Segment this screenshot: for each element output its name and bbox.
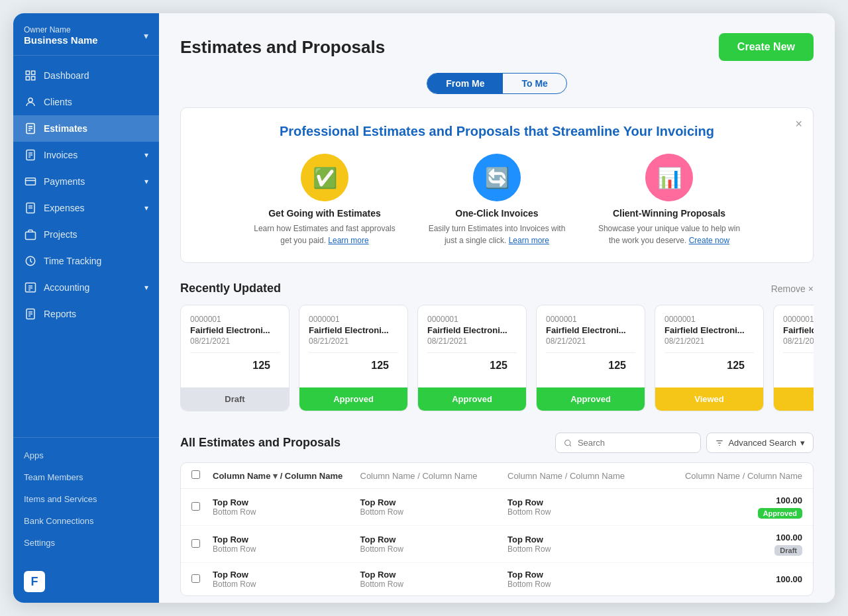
client-winning-icon: 📊 xyxy=(645,154,693,201)
estimate-card[interactable]: 0000001 Fairfield Electroni... 08/21/202… xyxy=(180,305,290,411)
sidebar-item-apps[interactable]: Apps xyxy=(13,444,159,466)
sidebar-item-bank-connections[interactable]: Bank Connections xyxy=(13,510,159,532)
card-number: 0000001 xyxy=(427,315,517,324)
chevron-down-icon: ▾ xyxy=(144,150,148,160)
table-row[interactable]: Top Row Bottom Row Top Row Bottom Row To… xyxy=(181,489,813,526)
sidebar-item-accounting[interactable]: Accounting ▾ xyxy=(13,274,159,301)
card-amount: 125 xyxy=(546,360,635,378)
sidebar-item-projects[interactable]: Projects xyxy=(13,221,159,248)
svg-point-28 xyxy=(565,440,570,445)
sidebar-logo: F xyxy=(13,560,159,603)
card-client: Fairfield Electroni... xyxy=(546,325,635,335)
sidebar-item-dashboard[interactable]: Dashboard xyxy=(13,62,159,89)
payments-icon xyxy=(24,175,37,188)
sidebar-item-time-tracking[interactable]: Time Tracking xyxy=(13,248,159,274)
sidebar-nav: Dashboard Clients Estimates Invoices ▾ xyxy=(13,56,159,437)
advanced-search-button[interactable]: Advanced Search ▾ xyxy=(706,433,814,453)
estimate-card[interactable]: 0000001 Fairfield Electroni... 08/21/202… xyxy=(299,305,408,411)
card-amount: 125 xyxy=(427,360,517,378)
card-body: 0000001 Fairfield Electroni... 08/21/202… xyxy=(181,305,289,387)
card-body: 0000001 Fairfield Electroni... 08/21/202… xyxy=(299,305,407,387)
reports-icon xyxy=(24,307,37,321)
tabs-group: From Me To Me xyxy=(427,73,567,94)
main-content: Estimates and Proposals Create New From … xyxy=(159,13,835,603)
sidebar-item-items-services[interactable]: Items and Services xyxy=(13,488,159,510)
sidebar-item-expenses[interactable]: Expenses ▾ xyxy=(13,195,159,221)
all-estimates-title: All Estimates and Proposals xyxy=(180,436,341,450)
sidebar-item-label: Time Tracking xyxy=(44,256,101,266)
table-row[interactable]: Top Row Bottom Row Top Row Bottom Row To… xyxy=(181,563,813,595)
sidebar-item-label: Dashboard xyxy=(44,70,89,81)
status-badge: Draft xyxy=(181,387,289,411)
clients-icon xyxy=(24,95,37,109)
svg-rect-1 xyxy=(32,71,35,74)
table-header: Column Name ▾ / Column Name Column Name … xyxy=(181,463,813,489)
row-checkbox[interactable] xyxy=(191,539,200,548)
col-header-1[interactable]: Column Name ▾ / Column Name xyxy=(213,471,360,481)
card-amount: 125 xyxy=(190,360,280,378)
remove-button[interactable]: Remove × xyxy=(771,283,814,294)
row-col1: Top Row Bottom Row xyxy=(213,570,360,589)
create-new-button[interactable]: Create New xyxy=(719,33,814,61)
sidebar-item-label: Estimates xyxy=(44,123,87,134)
learn-more-link-2[interactable]: Learn more xyxy=(509,236,549,245)
select-all-checkbox[interactable] xyxy=(191,470,200,479)
svg-line-29 xyxy=(570,444,571,446)
row-checkbox-wrap[interactable] xyxy=(191,539,213,550)
sidebar-header[interactable]: Owner Name Business Name ▾ xyxy=(13,13,159,56)
card-body: 0000001 Fairfield Electroni... 08/21/202… xyxy=(655,305,763,387)
card-client: Fairfield Electroni... xyxy=(427,325,517,335)
search-input[interactable] xyxy=(578,438,692,448)
table-row[interactable]: Top Row Bottom Row Top Row Bottom Row To… xyxy=(181,526,813,563)
row-checkbox[interactable] xyxy=(191,574,200,583)
svg-rect-13 xyxy=(26,178,36,185)
sidebar-item-payments[interactable]: Payments ▾ xyxy=(13,168,159,195)
status-badge: Approved xyxy=(537,387,645,411)
chevron-down-icon: ▾ xyxy=(144,30,148,41)
estimate-card[interactable]: 0000001 Fairfield Electroni... 08/21/202… xyxy=(655,305,764,411)
col-header-3: Column Name / Column Name xyxy=(507,471,655,481)
sidebar-item-estimates[interactable]: Estimates xyxy=(13,115,159,142)
sidebar-item-reports[interactable]: Reports xyxy=(13,301,159,327)
card-number: 0000001 xyxy=(783,315,814,324)
dashboard-icon xyxy=(24,69,37,82)
select-all-checkbox-wrap[interactable] xyxy=(191,470,213,482)
sidebar-item-settings[interactable]: Settings xyxy=(13,532,159,554)
estimate-card[interactable]: 0000001 Fairfield Electroni... 08/21/202… xyxy=(773,305,814,411)
svg-point-4 xyxy=(28,98,32,102)
card-date: 08/21/2021 xyxy=(783,336,814,346)
all-estimates-section: All Estimates and Proposals Advanced Sea… xyxy=(180,433,814,596)
estimate-card[interactable]: 0000001 Fairfield Electroni... 08/21/202… xyxy=(417,305,527,411)
learn-more-link-1[interactable]: Learn more xyxy=(328,236,368,245)
time-tracking-icon xyxy=(24,254,37,268)
get-going-icon: ✅ xyxy=(301,154,348,201)
create-now-link[interactable]: Create now xyxy=(689,236,729,245)
estimates-icon xyxy=(24,122,37,135)
tab-to-me[interactable]: To Me xyxy=(503,74,566,93)
sidebar-item-label: Clients xyxy=(44,97,72,107)
sidebar-item-clients[interactable]: Clients xyxy=(13,89,159,115)
card-date: 08/21/2021 xyxy=(664,336,754,346)
row-checkbox-wrap[interactable] xyxy=(191,574,213,586)
sidebar-owner: Owner Name xyxy=(24,25,98,34)
row-col4: 100.00 Draft xyxy=(655,533,803,556)
card-client: Fairfield Electroni... xyxy=(190,325,280,335)
chevron-down-icon: ▾ xyxy=(144,177,148,186)
card-date: 08/21/2021 xyxy=(546,336,635,346)
row-checkbox-wrap[interactable] xyxy=(191,501,213,513)
estimate-card[interactable]: 0000001 Fairfield Electroni... 08/21/202… xyxy=(536,305,645,411)
sidebar-item-team-members[interactable]: Team Members xyxy=(13,466,159,488)
promo-card-one-click: 🔄 One-Click Invoices Easily turn Estimat… xyxy=(424,154,570,246)
close-icon[interactable]: × xyxy=(795,117,802,131)
status-badge: Approved xyxy=(758,508,802,519)
status-badge: Viewed xyxy=(655,387,763,411)
card-amount: 125 xyxy=(309,360,398,378)
sidebar-item-invoices[interactable]: Invoices ▾ xyxy=(13,142,159,168)
search-input-wrap[interactable] xyxy=(555,433,701,453)
col-header-4: Column Name / Column Name xyxy=(655,471,803,481)
row-checkbox[interactable] xyxy=(191,502,200,511)
tab-from-me[interactable]: From Me xyxy=(427,74,503,93)
card-amount: 125 xyxy=(783,360,814,378)
card-client: Fairfield Electroni... xyxy=(664,325,754,335)
sidebar-item-label: Reports xyxy=(44,309,76,319)
